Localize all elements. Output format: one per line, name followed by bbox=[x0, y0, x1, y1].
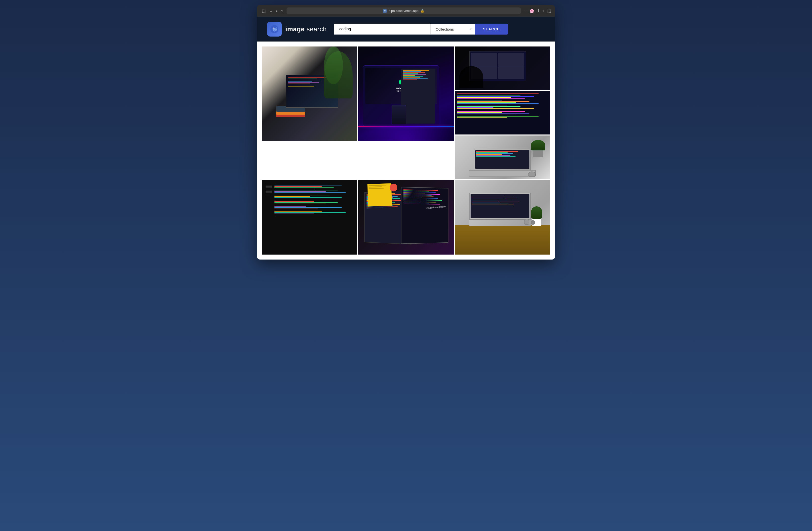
logo-icon bbox=[267, 22, 282, 37]
app-header: image search Collections Editorial Photo… bbox=[257, 17, 555, 42]
chameleon-icon bbox=[270, 25, 279, 33]
image-laptop-clean bbox=[455, 136, 550, 179]
svg-point-3 bbox=[273, 28, 274, 29]
logo-area: image search bbox=[267, 22, 327, 37]
more-icon[interactable]: ··· bbox=[523, 9, 527, 13]
share-icon[interactable]: ⬆ bbox=[537, 9, 540, 13]
image-monitor-dark bbox=[455, 46, 550, 90]
browser-address-bar[interactable]: H hipo-case.vercel.app 🔒 bbox=[287, 8, 521, 14]
search-button[interactable]: SEARCH bbox=[475, 24, 508, 34]
add-tab-icon[interactable]: + bbox=[542, 9, 545, 13]
search-area: Collections Editorial Photos Videos SEAR… bbox=[334, 24, 508, 34]
extensions-icon[interactable]: 🌸 bbox=[530, 9, 534, 13]
favicon: H bbox=[383, 9, 387, 13]
app-title: image search bbox=[285, 25, 327, 33]
tabs-icon[interactable]: ⬚ bbox=[547, 9, 551, 13]
image-laptop-books bbox=[262, 46, 357, 141]
app-title-bold: image bbox=[285, 25, 305, 33]
image-grid: Welcometo Pyro. bbox=[262, 46, 550, 254]
image-code-dark bbox=[262, 180, 357, 254]
browser-chevron-button[interactable]: ⌄ bbox=[268, 8, 273, 14]
image-code-monitors: #moodboardFrade bbox=[358, 180, 454, 254]
image-code-colorful bbox=[455, 91, 550, 135]
image-laptop-desk bbox=[455, 180, 550, 254]
main-content: Welcometo Pyro. bbox=[257, 42, 555, 260]
browser-window: ⬚ ⌄ ‹ ⌂ H hipo-case.vercel.app 🔒 ··· 🌸 ⬆… bbox=[257, 5, 555, 260]
browser-toolbar: ⬚ ⌄ ‹ ⌂ H hipo-case.vercel.app 🔒 ··· 🌸 ⬆… bbox=[257, 5, 555, 17]
sidebar-toggle-button[interactable]: ⬚ bbox=[261, 8, 267, 14]
browser-actions: ··· bbox=[523, 9, 527, 13]
browser-controls: ⬚ ⌄ ‹ ⌂ bbox=[261, 8, 284, 14]
search-input[interactable] bbox=[334, 24, 430, 34]
image-blue-laptop: Welcometo Pyro. bbox=[358, 46, 454, 141]
collections-select-wrapper: Collections Editorial Photos Videos bbox=[430, 24, 475, 34]
browser-home-button[interactable]: ⌂ bbox=[280, 8, 284, 14]
browser-back-button[interactable]: ‹ bbox=[275, 8, 278, 14]
app-title-normal: search bbox=[305, 25, 327, 33]
col3-images bbox=[455, 46, 550, 179]
browser-url: hipo-case.vercel.app bbox=[389, 9, 418, 13]
collections-select[interactable]: Collections Editorial Photos Videos bbox=[430, 24, 475, 34]
lock-icon: 🔒 bbox=[420, 9, 424, 13]
